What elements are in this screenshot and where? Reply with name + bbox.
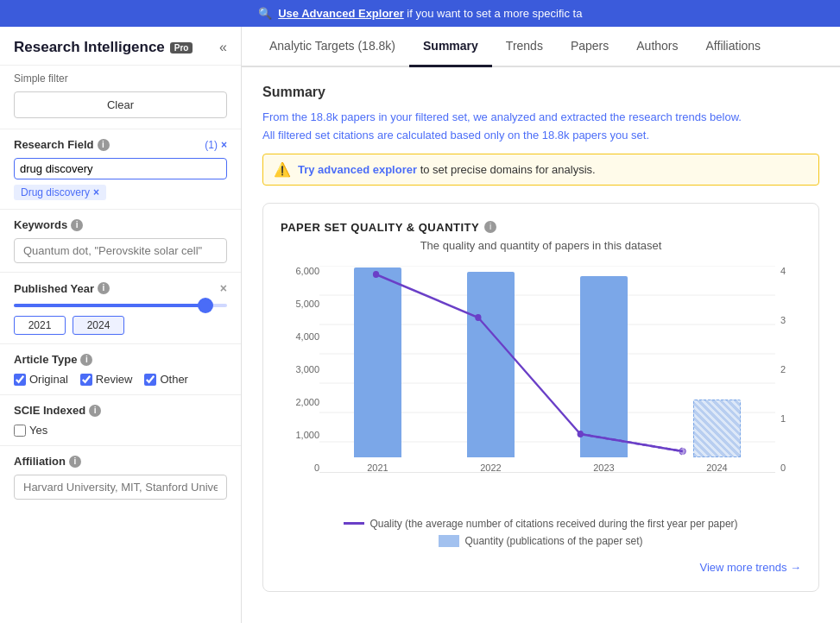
article-type-original[interactable]: Original	[14, 373, 68, 386]
bar-2021	[354, 267, 401, 457]
year-start-input[interactable]	[14, 316, 66, 335]
bar-2022	[467, 272, 515, 457]
bar-group-2023: 2023	[554, 266, 654, 473]
chart-header: PAPER SET QUALITY & QUANTITY i	[281, 221, 801, 234]
article-type-review[interactable]: Review	[80, 373, 133, 386]
research-field-section: Research Field i (1) × Drug discovery ×	[0, 129, 241, 209]
sidebar-title-text: Research Intelligence	[14, 39, 165, 56]
view-more-trends-link[interactable]: View more trends →	[699, 561, 801, 574]
chart-info-icon[interactable]: i	[484, 221, 496, 233]
x-label-2024: 2024	[706, 463, 727, 473]
research-field-info-icon[interactable]: i	[98, 139, 110, 151]
simple-filter-label: Simple filter	[0, 66, 241, 88]
warning-icon: ⚠️	[274, 161, 291, 178]
summary-title: Summary	[262, 85, 819, 100]
bar-group-2021: 2021	[328, 266, 427, 473]
bar-group-2024: 2024	[667, 266, 767, 473]
x-label-2023: 2023	[593, 463, 614, 473]
main-content: Analytic Targets (18.8k) Summary Trends …	[242, 27, 840, 623]
tab-summary[interactable]: Summary	[409, 27, 492, 67]
legend-quality-color	[344, 522, 364, 525]
research-field-count-text: (1)	[205, 139, 218, 151]
slider-thumb[interactable]	[198, 298, 213, 313]
keywords-info-icon[interactable]: i	[71, 219, 83, 231]
affiliation-label: Affiliation i	[14, 455, 227, 468]
published-year-section: Published Year i ×	[0, 272, 241, 343]
legend-quantity: Quantity (publications of the paper set)	[439, 535, 642, 547]
article-type-section: Article Type i Original Review Other	[0, 343, 241, 394]
top-banner: 🔍 Use Advanced Explorer if you want to s…	[0, 0, 840, 27]
tab-authors[interactable]: Authors	[622, 27, 692, 67]
view-more-link-container: View more trends →	[281, 561, 801, 574]
published-year-label: Published Year i ×	[14, 281, 227, 295]
tab-trends[interactable]: Trends	[492, 27, 557, 67]
keywords-section: Keywords i	[0, 209, 241, 272]
keywords-input[interactable]	[14, 238, 227, 263]
year-end-input[interactable]	[73, 316, 124, 335]
review-checkbox[interactable]	[80, 374, 92, 386]
clear-button[interactable]: Clear	[14, 91, 227, 118]
affiliation-label-text: Affiliation	[14, 455, 66, 468]
chart-subtitle: The quality and quantity of papers in th…	[281, 239, 801, 252]
tag-text: Drug discovery	[21, 186, 90, 198]
year-slider	[14, 304, 227, 307]
chart-wrapper: 6,000 5,000 4,000 3,000 2,000 1,000 0	[281, 266, 801, 507]
scie-indexed-checkboxes: Yes	[14, 424, 227, 437]
sidebar-header: Research Intelligence Pro «	[0, 27, 241, 66]
affiliation-input[interactable]	[14, 475, 227, 500]
article-type-info-icon[interactable]: i	[80, 354, 92, 366]
x-label-2021: 2021	[367, 463, 388, 473]
y-axis-right: 4 3 2 1 0	[775, 266, 801, 473]
advanced-explorer-link[interactable]: Use Advanced Explorer	[278, 7, 403, 20]
other-checkbox[interactable]	[144, 374, 156, 386]
sidebar-title: Research Intelligence Pro «	[14, 39, 227, 56]
year-inputs	[14, 316, 227, 335]
banner-text: if you want to set a more specific ta	[407, 7, 582, 20]
tab-affiliations[interactable]: Affiliations	[692, 27, 775, 67]
collapse-button[interactable]: «	[219, 40, 227, 55]
content-area: Summary From the 18.8k papers in your fi…	[242, 67, 840, 609]
warning-suffix: to set precise domains for analysis.	[420, 163, 596, 176]
warning-text: Try advanced explorer to set precise dom…	[298, 163, 596, 176]
published-year-close-icon[interactable]: ×	[220, 281, 227, 295]
x-label-2022: 2022	[480, 463, 501, 473]
bar-2024	[693, 400, 741, 457]
bar-2023	[580, 276, 628, 457]
try-advanced-explorer-link[interactable]: Try advanced explorer	[298, 163, 417, 176]
tabs-bar: Analytic Targets (18.8k) Summary Trends …	[242, 27, 840, 67]
article-type-other[interactable]: Other	[144, 373, 188, 386]
scie-yes-checkbox[interactable]	[14, 425, 26, 437]
keywords-label-text: Keywords	[14, 218, 67, 231]
original-checkbox[interactable]	[14, 374, 26, 386]
bar-group-2022: 2022	[441, 266, 540, 473]
summary-description: From the 18.8k papers in your filtered s…	[262, 109, 819, 145]
research-field-label: Research Field i (1) ×	[14, 138, 227, 151]
drug-discovery-tag[interactable]: Drug discovery ×	[14, 185, 106, 200]
research-field-input[interactable]	[20, 162, 221, 175]
published-year-label-text: Published Year	[14, 282, 94, 295]
search-icon: 🔍	[258, 7, 272, 20]
tag-remove-icon[interactable]: ×	[93, 186, 99, 198]
article-type-checkboxes: Original Review Other	[14, 373, 227, 386]
sidebar: Research Intelligence Pro « Simple filte…	[0, 27, 242, 623]
scie-indexed-info-icon[interactable]: i	[89, 405, 101, 417]
y-axis-left: 6,000 5,000 4,000 3,000 2,000 1,000 0	[281, 266, 319, 473]
published-year-info-icon[interactable]: i	[98, 282, 110, 294]
affiliation-section: Affiliation i	[0, 445, 241, 508]
research-field-count: (1) ×	[205, 139, 227, 151]
scie-indexed-label-text: SCIE Indexed	[14, 404, 85, 417]
affiliation-info-icon[interactable]: i	[69, 456, 81, 468]
slider-fill	[14, 304, 205, 307]
legend-quality-text: Quality (the average number of citations…	[369, 518, 737, 530]
tab-analytic-targets[interactable]: Analytic Targets (18.8k)	[256, 27, 409, 67]
chart-title: PAPER SET QUALITY & QUANTITY	[281, 221, 479, 234]
research-field-clear-icon[interactable]: ×	[221, 139, 227, 151]
tab-papers[interactable]: Papers	[557, 27, 622, 67]
scie-yes-option[interactable]: Yes	[14, 424, 47, 437]
pro-badge: Pro	[170, 42, 193, 53]
article-type-label-text: Article Type	[14, 353, 77, 366]
legend-quantity-text: Quantity (publications of the paper set)	[464, 535, 642, 547]
slider-track	[14, 304, 227, 307]
chart-legend: Quality (the average number of citations…	[281, 518, 801, 547]
legend-quality: Quality (the average number of citations…	[344, 518, 737, 530]
